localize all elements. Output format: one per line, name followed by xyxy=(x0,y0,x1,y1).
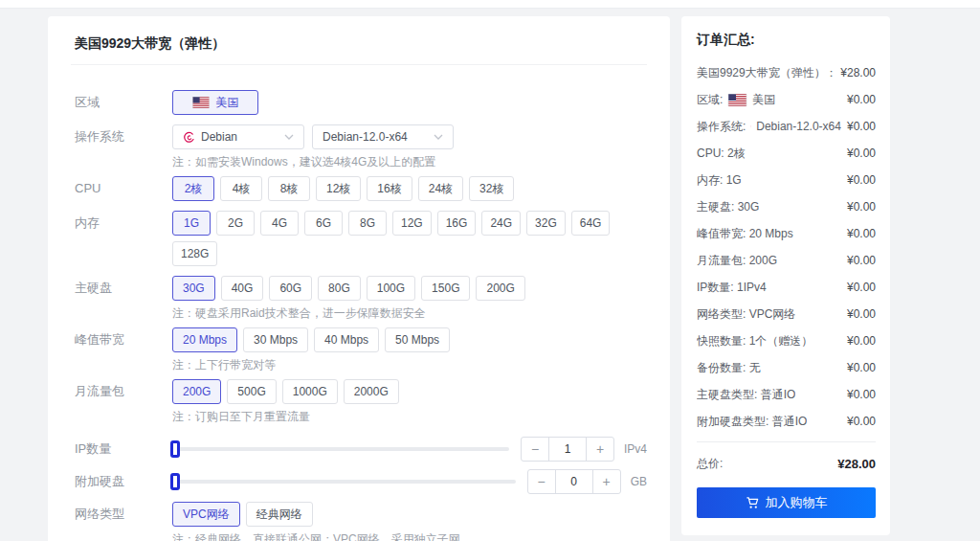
bandwidth-option[interactable]: 20 Mbps xyxy=(172,327,237,352)
cpu-options: 2核4核8核12核16核24核32核 xyxy=(172,176,643,201)
summary-row: 快照数量: 1个（赠送） ¥0.00 xyxy=(697,334,876,348)
memory-option[interactable]: 64G xyxy=(571,211,611,236)
region-option-us[interactable]: 美国 xyxy=(172,90,258,115)
summary-total-row: 总价: ¥28.00 xyxy=(697,456,876,472)
cpu-option[interactable]: 8核 xyxy=(268,176,310,201)
summary-region-prefix: 区域: xyxy=(697,93,723,106)
memory-option[interactable]: 32G xyxy=(526,211,566,236)
plus-icon[interactable]: + xyxy=(587,438,613,461)
cpu-label: CPU xyxy=(71,176,172,201)
traffic-option[interactable]: 1000G xyxy=(282,379,338,404)
bandwidth-option[interactable]: 40 Mbps xyxy=(314,327,379,352)
os-note: 注：如需安装Windows，建议选4核4G及以上的配置 xyxy=(172,155,647,169)
summary-row: 附加硬盘类型: 普通IO ¥0.00 xyxy=(697,415,876,428)
extra-disk-label: 附加硬盘 xyxy=(71,469,172,494)
summary-row: 内存: 1G ¥0.00 xyxy=(697,173,876,187)
bandwidth-option[interactable]: 30 Mbps xyxy=(243,327,308,352)
form-row-traffic: 月流量包 200G500G1000G2000G 注：订购日至下月重置流量 xyxy=(71,379,647,423)
disk-option[interactable]: 30G xyxy=(172,276,215,301)
summary-row: 峰值带宽: 20 Mbps ¥0.00 xyxy=(697,227,876,240)
memory-option[interactable]: 6G xyxy=(304,211,343,236)
disk-option[interactable]: 200G xyxy=(476,276,524,301)
extra-disk-unit: GB xyxy=(631,475,647,488)
os-label: 操作系统 xyxy=(71,124,172,149)
summary-row: 备份数量: 无 ¥0.00 xyxy=(697,361,876,374)
page-layout: 美国9929大带宽（弹性） 区域 xyxy=(0,9,980,541)
ip-count-value[interactable]: 1 xyxy=(548,438,587,461)
memory-option[interactable]: 128G xyxy=(172,241,217,266)
form-row-bandwidth: 峰值带宽 20 Mbps30 Mbps40 Mbps50 Mbps 注：上下行带… xyxy=(71,327,647,372)
summary-region-value: 美国 xyxy=(752,93,775,106)
memory-option[interactable]: 4G xyxy=(260,211,299,236)
cpu-option[interactable]: 4核 xyxy=(220,176,262,201)
memory-option[interactable]: 12G xyxy=(392,211,432,236)
minus-icon[interactable]: − xyxy=(528,470,555,493)
disk-label: 主硬盘 xyxy=(71,276,172,301)
network-option[interactable]: VPC网络 xyxy=(172,502,240,527)
bandwidth-note: 注：上下行带宽对等 xyxy=(172,358,647,372)
extra-disk-value[interactable]: 0 xyxy=(555,470,593,493)
chevron-down-icon xyxy=(284,134,294,140)
disk-option[interactable]: 60G xyxy=(269,276,312,301)
summary-row: 主硬盘: 30G ¥0.00 xyxy=(697,200,876,214)
config-card: 美国9929大带宽（弹性） 区域 xyxy=(48,16,670,541)
os-version-select[interactable]: Debian-12.0-x64 xyxy=(312,124,454,149)
traffic-option[interactable]: 500G xyxy=(227,379,276,404)
ip-count-unit: IPv4 xyxy=(624,442,647,456)
traffic-option[interactable]: 2000G xyxy=(344,379,399,404)
form-row-region: 区域 xyxy=(71,90,647,115)
traffic-option[interactable]: 200G xyxy=(172,379,221,404)
cpu-option[interactable]: 2核 xyxy=(172,176,214,201)
os-family-value: Debian xyxy=(201,130,237,144)
minus-icon[interactable]: − xyxy=(522,438,548,461)
traffic-note: 注：订购日至下月重置流量 xyxy=(172,410,647,423)
cpu-option[interactable]: 24核 xyxy=(418,176,463,201)
network-label: 网络类型 xyxy=(71,502,172,527)
summary-row-os: 操作系统: Debian-12.0-x64 ¥0.00 xyxy=(697,120,876,133)
us-flag-icon xyxy=(192,97,210,108)
plus-icon[interactable]: + xyxy=(593,470,620,493)
summary-row: 主硬盘类型: 普通IO ¥0.00 xyxy=(697,388,876,401)
ip-count-slider[interactable] xyxy=(172,447,509,451)
form-row-memory: 内存 1G2G4G6G8G12G16G24G32G64G128G xyxy=(71,211,647,266)
debian-icon xyxy=(183,131,195,144)
extra-disk-slider-handle[interactable] xyxy=(170,473,180,490)
memory-options: 1G2G4G6G8G12G16G24G32G64G128G xyxy=(172,211,643,266)
disk-option[interactable]: 80G xyxy=(318,276,361,301)
summary-plan-price: ¥28.00 xyxy=(840,66,876,79)
disk-option[interactable]: 150G xyxy=(421,276,470,301)
summary-row: 网络类型: VPC网络 ¥0.00 xyxy=(697,307,876,321)
cart-icon xyxy=(746,496,760,510)
network-option[interactable]: 经典网络 xyxy=(246,502,313,527)
cpu-option[interactable]: 12核 xyxy=(316,176,361,201)
order-summary-title: 订单汇总: xyxy=(697,32,876,49)
disk-option[interactable]: 100G xyxy=(367,276,415,301)
memory-option[interactable]: 24G xyxy=(481,211,521,236)
add-to-cart-button[interactable]: 加入购物车 xyxy=(697,487,876,518)
region-label: 区域 xyxy=(71,90,172,115)
memory-option[interactable]: 8G xyxy=(348,211,387,236)
summary-rows: CPU: 2核 ¥0.00 内存: 1G ¥0.00 主硬盘: 30G ¥0.0… xyxy=(697,147,876,428)
memory-option[interactable]: 1G xyxy=(172,211,211,236)
summary-os-prefix: 操作系统: xyxy=(697,120,746,133)
extra-disk-slider[interactable] xyxy=(172,480,516,484)
add-to-cart-label: 加入购物车 xyxy=(766,494,828,511)
form-row-cpu: CPU 2核4核8核12核16核24核32核 xyxy=(71,176,647,201)
bandwidth-option[interactable]: 50 Mbps xyxy=(385,327,450,352)
memory-option[interactable]: 16G xyxy=(437,211,477,236)
memory-option[interactable]: 2G xyxy=(216,211,255,236)
summary-plan-label: 美国9929大带宽（弹性）： xyxy=(697,66,835,79)
summary-region-price: ¥0.00 xyxy=(847,93,876,106)
ip-count-label: IP数量 xyxy=(71,437,172,462)
cpu-option[interactable]: 16核 xyxy=(367,176,412,201)
summary-row: IP数量: 1IPv4 ¥0.00 xyxy=(697,281,876,294)
disk-note: 注：硬盘采用Raid技术整合，进一步保障数据安全 xyxy=(172,306,647,320)
ip-count-slider-handle[interactable] xyxy=(170,440,180,458)
traffic-label: 月流量包 xyxy=(71,379,172,404)
form-row-disk: 主硬盘 30G40G60G80G100G150G200G 注：硬盘采用Raid技… xyxy=(71,276,647,320)
os-family-select[interactable]: Debian xyxy=(172,124,304,149)
cpu-option[interactable]: 32核 xyxy=(469,176,514,201)
order-summary-card: 订单汇总: 美国9929大带宽（弹性）： ¥28.00 区域: xyxy=(681,16,890,535)
disk-option[interactable]: 40G xyxy=(221,276,264,301)
ip-count-stepper: − 1 + xyxy=(521,437,614,462)
